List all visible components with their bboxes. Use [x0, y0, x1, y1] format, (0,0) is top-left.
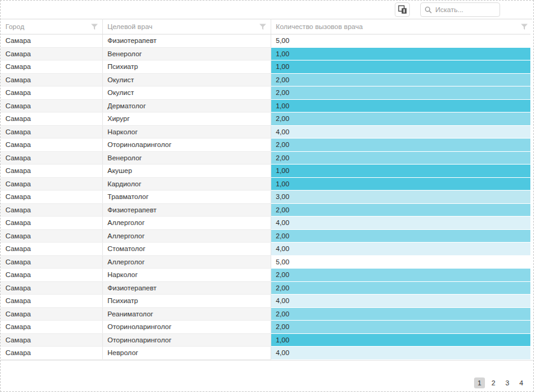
- cell-calls: 4,00: [271, 125, 532, 139]
- table-row[interactable]: Самара Аллерголог 4,00: [1, 217, 532, 230]
- cell-city: Самара: [1, 151, 102, 165]
- pager: 1234: [1, 374, 533, 391]
- cell-doctor: Невролог: [102, 347, 271, 360]
- cell-calls: 2,00: [271, 139, 532, 152]
- table-row[interactable]: Самара Аллерголог 5,00: [1, 255, 532, 269]
- cell-calls: 2,00: [271, 203, 532, 217]
- cell-calls: 5,00: [271, 34, 532, 48]
- cell-calls: 1,00: [271, 165, 532, 178]
- cell-doctor: Нарколог: [102, 125, 271, 139]
- cell-doctor: Хирург: [102, 113, 271, 126]
- cell-calls: 4,00: [271, 243, 532, 256]
- pager-page[interactable]: 4: [516, 377, 527, 388]
- cell-city: Самара: [1, 60, 102, 74]
- cell-doctor: Оториноларинголог: [102, 139, 271, 152]
- table-row[interactable]: Самара Реаниматолог 2,00: [1, 307, 532, 321]
- export-button[interactable]: [395, 2, 410, 17]
- cell-doctor: Физиотерапевт: [102, 203, 271, 217]
- cell-city: Самара: [1, 139, 102, 152]
- table-row[interactable]: Самара Стоматолог 4,00: [1, 243, 532, 256]
- cell-doctor: Окулист: [102, 73, 271, 87]
- table-row[interactable]: Самара Психиатр 4,00: [1, 295, 532, 308]
- filter-icon[interactable]: [259, 24, 266, 30]
- grid-body: Самара Физиотерапевт 5,00 Самара Венерол…: [1, 34, 532, 360]
- cell-doctor: Стоматолог: [102, 243, 271, 256]
- cell-city: Самара: [1, 47, 102, 60]
- column-header-city[interactable]: Город: [1, 19, 102, 34]
- cell-calls: 4,00: [271, 217, 532, 230]
- cell-doctor: Оториноларинголог: [102, 321, 271, 334]
- table-row[interactable]: Самара Физиотерапевт 2,00: [1, 203, 532, 217]
- datagrid-widget: Город Целевой врач: [0, 0, 534, 392]
- cell-doctor: Реаниматолог: [102, 307, 271, 321]
- table-row[interactable]: Самара Нарколог 4,00: [1, 125, 532, 139]
- table-row[interactable]: Самара Окулист 2,00: [1, 73, 532, 87]
- cell-calls: 2,00: [271, 113, 532, 126]
- cell-calls: 5,00: [271, 255, 532, 269]
- cell-city: Самара: [1, 73, 102, 87]
- cell-calls: 2,00: [271, 321, 532, 334]
- cell-doctor: Аллерголог: [102, 217, 271, 230]
- table-row[interactable]: Самара Нарколог 2,00: [1, 269, 532, 282]
- cell-city: Самара: [1, 34, 102, 48]
- cell-city: Самара: [1, 269, 102, 282]
- cell-city: Самара: [1, 243, 102, 256]
- pager-page[interactable]: 1: [474, 377, 485, 388]
- column-header-calls[interactable]: Количество вызовов врача: [271, 19, 532, 34]
- cell-city: Самара: [1, 333, 102, 347]
- pager-page[interactable]: 3: [502, 377, 513, 388]
- table-row[interactable]: Самара Хирург 2,00: [1, 113, 532, 126]
- cell-city: Самара: [1, 87, 102, 100]
- cell-city: Самара: [1, 191, 102, 204]
- cell-city: Самара: [1, 203, 102, 217]
- cell-city: Самара: [1, 295, 102, 308]
- table-row[interactable]: Самара Окулист 2,00: [1, 87, 532, 100]
- cell-doctor: Нарколог: [102, 269, 271, 282]
- column-header-label: Количество вызовов врача: [276, 23, 363, 30]
- cell-calls: 2,00: [271, 87, 532, 100]
- cell-city: Самара: [1, 307, 102, 321]
- pager-page[interactable]: 2: [488, 377, 499, 388]
- table-row[interactable]: Самара Психиатр 1,00: [1, 60, 532, 74]
- cell-calls: 1,00: [271, 47, 532, 60]
- table-row[interactable]: Самара Аллерголог 2,00: [1, 229, 532, 243]
- table-row[interactable]: Самара Дерматолог 1,00: [1, 99, 532, 113]
- cell-doctor: Психиатр: [102, 295, 271, 308]
- cell-city: Самара: [1, 347, 102, 360]
- cell-city: Самара: [1, 113, 102, 126]
- cell-calls: 1,00: [271, 60, 532, 74]
- table-row[interactable]: Самара Венеролог 1,00: [1, 47, 532, 60]
- cell-city: Самара: [1, 99, 102, 113]
- table-row[interactable]: Самара Травматолог 3,00: [1, 191, 532, 204]
- cell-calls: 2,00: [271, 151, 532, 165]
- cell-calls: 4,00: [271, 295, 532, 308]
- table-row[interactable]: Самара Физиотерапевт 2,00: [1, 281, 532, 295]
- cell-doctor: Аллерголог: [102, 229, 271, 243]
- cell-doctor: Аллерголог: [102, 255, 271, 269]
- filter-icon[interactable]: [91, 24, 98, 30]
- table-row[interactable]: Самара Невролог 4,00: [1, 347, 532, 360]
- cell-city: Самара: [1, 321, 102, 334]
- filter-icon[interactable]: [521, 24, 528, 30]
- cell-calls: 2,00: [271, 281, 532, 295]
- table-row[interactable]: Самара Венеролог 2,00: [1, 151, 532, 165]
- cell-calls: 3,00: [271, 191, 532, 204]
- table-row[interactable]: Самара Оториноларинголог 1,00: [1, 333, 532, 347]
- search-input[interactable]: [435, 6, 496, 13]
- cell-doctor: Оториноларинголог: [102, 333, 271, 347]
- table-row[interactable]: Самара Кардиолог 1,00: [1, 177, 532, 191]
- data-grid: Город Целевой врач: [1, 19, 533, 361]
- column-header-doctor[interactable]: Целевой врач: [102, 19, 271, 34]
- table-row[interactable]: Самара Акушер 1,00: [1, 165, 532, 178]
- column-header-label: Целевой врач: [108, 23, 153, 30]
- table-row[interactable]: Самара Оториноларинголог 2,00: [1, 321, 532, 334]
- cell-city: Самара: [1, 255, 102, 269]
- table-row[interactable]: Самара Физиотерапевт 5,00: [1, 34, 532, 48]
- cell-doctor: Дерматолог: [102, 99, 271, 113]
- table-row[interactable]: Самара Оториноларинголог 2,00: [1, 139, 532, 152]
- cell-calls: 2,00: [271, 73, 532, 87]
- cell-doctor: Венеролог: [102, 47, 271, 60]
- grid-header: Город Целевой врач: [1, 19, 532, 34]
- cell-city: Самара: [1, 125, 102, 139]
- grid-toolbar: [1, 1, 533, 19]
